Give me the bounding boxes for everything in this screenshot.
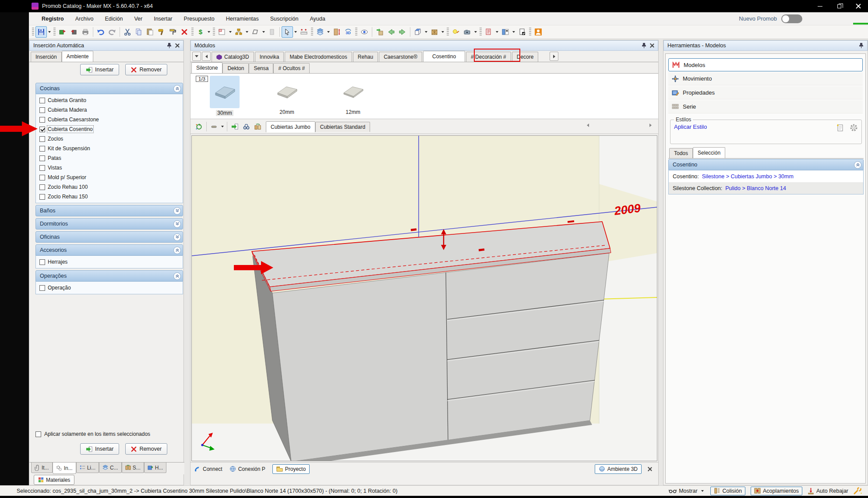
collapse-icon[interactable] <box>173 247 181 254</box>
checkbox-row[interactable]: Vistas <box>36 163 183 173</box>
ambiente-3d-button[interactable]: Ambiente 3D <box>595 464 642 474</box>
insert-button-bottom[interactable]: Insertar <box>80 443 119 455</box>
checkbox-row[interactable]: Zoclo Rehau 150 <box>36 192 183 201</box>
remove-button-top[interactable]: Remover <box>125 64 167 75</box>
pin-icon[interactable] <box>642 42 646 49</box>
cut-icon[interactable] <box>122 26 133 38</box>
catalog-tab-mabe[interactable]: Mabe Electrodomesticos <box>285 52 352 62</box>
group-header-dormitorios[interactable]: Dormitorios <box>35 218 183 230</box>
bottom-tab-herramientas[interactable]: H... <box>144 463 167 473</box>
thumbnail-20mm[interactable] <box>272 76 302 108</box>
tool-item-modelos[interactable]: Modelos <box>668 58 863 71</box>
group-header-oficinas[interactable]: Oficinas <box>35 231 183 243</box>
viewport-scroll-right[interactable] <box>649 124 652 127</box>
paste-icon[interactable] <box>145 26 156 38</box>
checkbox[interactable] <box>39 175 45 180</box>
style-row-value-link[interactable]: Pulido > Blanco Norte 14 <box>725 185 786 191</box>
perspective-dropdown-icon[interactable] <box>425 31 427 33</box>
apply-only-selected-checkbox[interactable] <box>35 431 41 437</box>
perspective-icon[interactable] <box>412 26 423 38</box>
search-icon[interactable] <box>240 121 252 132</box>
checkbox-row-cubierta-cosentino[interactable]: Cubierta Cosentino <box>36 124 183 134</box>
user-icon[interactable] <box>533 26 544 38</box>
remove-button-bottom[interactable]: Remover <box>125 443 167 455</box>
insert-module-icon[interactable] <box>229 121 240 132</box>
close-view-icon[interactable] <box>648 467 652 471</box>
package-icon[interactable] <box>429 26 440 38</box>
checkbox-row[interactable]: Herrajes <box>36 257 183 267</box>
copy-icon[interactable] <box>133 26 145 38</box>
auto-insert-icon[interactable] <box>193 121 205 132</box>
checkbox[interactable] <box>39 117 45 123</box>
panels-icon[interactable] <box>500 26 511 38</box>
connect-tab[interactable]: Connect <box>194 466 222 472</box>
checkbox[interactable] <box>39 259 45 265</box>
expand-icon[interactable] <box>173 220 181 228</box>
hammer-icon[interactable] <box>156 26 167 38</box>
menu-ver[interactable]: Ver <box>128 12 148 25</box>
camera-icon[interactable] <box>462 26 473 38</box>
checkbox[interactable] <box>39 98 45 103</box>
red-tools-dropdown-icon[interactable] <box>496 31 498 33</box>
layers-dropdown-icon[interactable] <box>327 31 330 33</box>
pin-icon[interactable] <box>859 42 864 49</box>
bottom-tab-items[interactable]: It... <box>31 463 53 473</box>
delete-icon[interactable] <box>179 26 190 38</box>
select-cursor-icon[interactable] <box>282 26 293 38</box>
minimize-button[interactable] <box>810 0 829 12</box>
menu-presupuesto[interactable]: Presupuesto <box>178 12 220 25</box>
layers-icon[interactable] <box>314 26 326 38</box>
lighting-icon[interactable] <box>450 26 462 38</box>
group-header-banos[interactable]: Baños <box>35 205 183 216</box>
checkbox-row[interactable]: Cubierta Granito <box>36 95 183 105</box>
checkbox-row[interactable]: Patas <box>36 153 183 163</box>
colision-toggle-button[interactable]: Colisión <box>710 487 745 495</box>
measure-icon[interactable] <box>298 26 310 38</box>
column-icon[interactable] <box>266 26 278 38</box>
mostrar-dropdown[interactable]: Mostrar <box>669 488 705 494</box>
navigate-forward-icon[interactable] <box>397 26 408 38</box>
package-dropdown-icon[interactable] <box>441 31 444 33</box>
structure-icon[interactable] <box>233 26 244 38</box>
tab-insercion[interactable]: Inserción <box>31 52 62 62</box>
strip-tab-cubiertas-standard[interactable]: Cubiertas Standard <box>315 122 370 132</box>
tool-item-serie[interactable]: Serie <box>668 100 863 113</box>
filter-tab-seleccion[interactable]: Selección <box>693 147 725 158</box>
checkbox[interactable] <box>39 194 45 200</box>
pin-icon[interactable] <box>167 42 172 49</box>
close-panel-icon[interactable] <box>650 43 654 48</box>
checkbox-row[interactable]: Operação <box>36 283 183 293</box>
import-icon[interactable] <box>57 26 68 38</box>
document-check-icon[interactable] <box>516 26 528 38</box>
catalog-scroll-right-button[interactable] <box>550 52 558 61</box>
acoplamientos-toggle-button[interactable]: Acoplamientos <box>751 487 802 495</box>
menu-insertar[interactable]: Insertar <box>148 12 178 25</box>
subtab-silestone[interactable]: Silestone <box>191 62 222 73</box>
checkbox-row[interactable]: Cubierta Madera <box>36 105 183 115</box>
checkbox-row[interactable]: Kit de Suspensión <box>36 144 183 153</box>
checkbox[interactable] <box>39 155 45 161</box>
subtab-ocultos[interactable]: # Ocultos # <box>273 63 310 73</box>
nuevo-promob-toggle[interactable] <box>781 14 802 23</box>
menu-ayuda[interactable]: Ayuda <box>304 12 331 25</box>
tool-item-propiedades[interactable]: Propiedades <box>668 86 863 99</box>
tab-ambiente[interactable]: Ambiente <box>62 51 94 62</box>
menu-suscripcion[interactable]: Suscripción <box>265 12 304 25</box>
thumbnail-12mm[interactable] <box>338 76 368 108</box>
budget-dropdown-icon[interactable] <box>208 31 210 33</box>
materiales-tab[interactable]: Materiales <box>34 475 74 485</box>
collapse-icon[interactable] <box>173 85 181 92</box>
save-icon[interactable] <box>35 26 47 38</box>
collapse-icon[interactable] <box>173 272 181 280</box>
tool-item-movimiento[interactable]: Movimiento <box>668 72 863 85</box>
group-header-operacoes[interactable]: Operações <box>35 270 183 282</box>
catalog-tab-rehau[interactable]: Rehau <box>353 52 378 62</box>
strip-tab-cubiertas-jumbo[interactable]: Cubiertas Jumbo <box>266 121 315 132</box>
budget-icon[interactable]: $ <box>195 26 206 38</box>
checkbox[interactable] <box>39 146 45 152</box>
expand-icon[interactable] <box>173 233 181 241</box>
group-header-cocinas[interactable]: Cocinas <box>35 83 183 94</box>
close-button[interactable] <box>849 0 868 12</box>
bottom-tab-capas[interactable]: C... <box>99 463 122 473</box>
module-insert-icon[interactable] <box>374 26 385 38</box>
